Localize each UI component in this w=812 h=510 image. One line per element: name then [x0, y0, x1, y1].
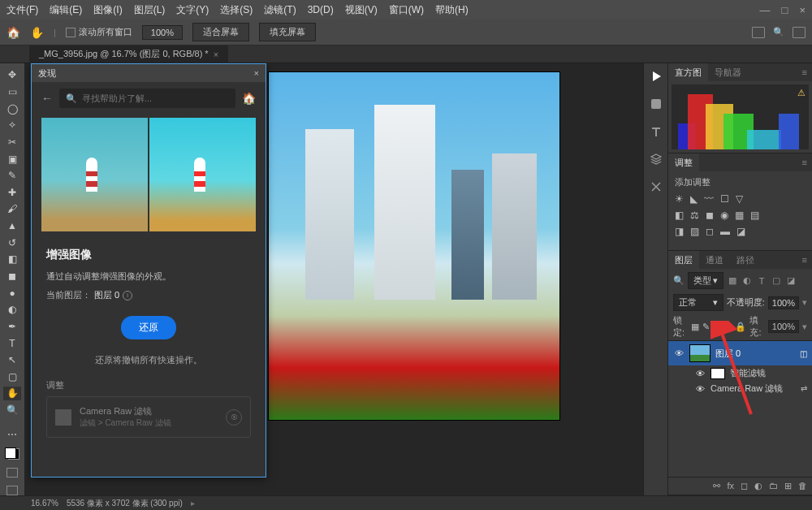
type-tool[interactable]: T	[3, 336, 21, 350]
tab-close-icon[interactable]: ×	[214, 50, 218, 59]
panel-menu-icon[interactable]: ≡	[797, 67, 812, 77]
new-group-icon[interactable]: 🗀	[769, 481, 778, 491]
lock-position-icon[interactable]: ✥	[713, 322, 720, 332]
hue-icon[interactable]: ◧	[675, 210, 684, 221]
search-icon[interactable]: 🔍	[773, 27, 784, 38]
lock-transparency-icon[interactable]: ▦	[691, 322, 699, 332]
share-icon[interactable]	[793, 27, 806, 38]
eyedropper-tool[interactable]: ✎	[3, 169, 21, 183]
levels-icon[interactable]: ◣	[690, 193, 698, 205]
menu-window[interactable]: 窗口(W)	[389, 3, 424, 17]
discover-close-icon[interactable]: ×	[254, 68, 259, 78]
info-icon[interactable]: i	[123, 291, 132, 300]
filter-adjust-icon[interactable]: ◐	[741, 275, 753, 287]
window-close-icon[interactable]: ×	[799, 4, 806, 16]
menu-edit[interactable]: 编辑(E)	[50, 3, 82, 17]
discover-back-icon[interactable]: ←	[41, 92, 53, 105]
filter-options-icon[interactable]: ⇄	[801, 384, 807, 393]
healing-tool[interactable]: ✚	[3, 185, 21, 199]
libraries-icon[interactable]	[649, 153, 663, 166]
window-maximize-icon[interactable]: □	[782, 4, 788, 16]
delete-layer-icon[interactable]: 🗑	[798, 481, 807, 491]
visibility-icon[interactable]: 👁	[673, 348, 685, 358]
posterize-icon[interactable]: ▨	[690, 226, 699, 237]
filter-smart-icon[interactable]: ◪	[785, 275, 797, 287]
pen-tool[interactable]: ✒	[3, 320, 21, 334]
hand-tool-icon[interactable]: ✋	[30, 26, 44, 39]
fit-screen-button[interactable]: 适合屏幕	[192, 23, 249, 41]
filter-pixel-icon[interactable]: ▩	[727, 275, 738, 287]
colorbalance-icon[interactable]: ⚖	[690, 210, 699, 221]
colorlookup-icon[interactable]: ▤	[750, 210, 759, 221]
clone-tool[interactable]: ▲	[3, 219, 21, 233]
visibility-icon[interactable]: 👁	[694, 384, 706, 394]
brush-tool[interactable]: 🖌	[3, 202, 21, 216]
status-zoom[interactable]: 16.67%	[31, 499, 58, 508]
history-brush-tool[interactable]: ↺	[3, 236, 21, 249]
path-tool[interactable]: ↖	[3, 353, 21, 367]
tab-navigator[interactable]: 导航器	[708, 63, 748, 81]
layer-mask-icon[interactable]: ◻	[741, 481, 748, 491]
channelmixer-icon[interactable]: ▦	[735, 210, 744, 221]
selectivecolor-icon[interactable]: ◪	[736, 226, 745, 237]
revert-button[interactable]: 还原	[121, 316, 176, 339]
tab-histogram[interactable]: 直方图	[668, 63, 708, 81]
tab-channels[interactable]: 通道	[699, 251, 730, 269]
curves-icon[interactable]: 〰	[704, 193, 714, 205]
magic-wand-tool[interactable]: ✧	[3, 119, 21, 132]
brightness-icon[interactable]: ☀	[675, 193, 684, 205]
opacity-input[interactable]: 100%	[768, 296, 799, 309]
scroll-all-windows-checkbox[interactable]: 滚动所有窗口	[66, 26, 132, 38]
menu-filter[interactable]: 滤镜(T)	[264, 3, 296, 17]
color-swatch[interactable]	[5, 447, 19, 460]
visibility-icon[interactable]: 👁	[694, 369, 706, 378]
filter-shape-icon[interactable]: ▢	[771, 275, 782, 287]
gradient-tool[interactable]: ◼	[3, 270, 21, 283]
threshold-icon[interactable]: ◻	[706, 226, 714, 237]
panel-menu-icon[interactable]: ≡	[797, 158, 812, 167]
menu-layer[interactable]: 图层(L)	[134, 3, 166, 17]
fill-screen-button[interactable]: 填充屏幕	[259, 23, 316, 41]
type-panel-icon[interactable]	[649, 125, 663, 138]
filter-type-icon[interactable]: T	[756, 275, 767, 287]
window-minimize-icon[interactable]: —	[760, 4, 771, 16]
blur-tool[interactable]: ●	[3, 286, 21, 300]
layer-name[interactable]: 图层 0	[715, 348, 741, 360]
discover-search-input[interactable]: 🔍 寻找帮助片了解...	[59, 89, 235, 108]
layer-filter-kind[interactable]: 类型▾	[688, 272, 723, 289]
canvas-area[interactable]: 发现 × ← 🔍 寻找帮助片了解... 🏠 增强图像 通过自动调整增强图像的外观…	[24, 63, 643, 495]
new-adjustment-icon[interactable]: ◐	[754, 481, 762, 491]
lock-all-icon[interactable]: 🔒	[735, 322, 746, 332]
layer-row[interactable]: 👁 图层 0 ◫	[668, 341, 812, 365]
menu-select[interactable]: 选择(S)	[220, 3, 253, 17]
vibrance-icon[interactable]: ▽	[736, 193, 743, 205]
color-panel-icon[interactable]	[649, 97, 663, 110]
cancel-icon[interactable]	[649, 180, 663, 193]
filter-mask-thumbnail[interactable]	[710, 368, 725, 379]
photofilter-icon[interactable]: ◉	[720, 210, 728, 221]
new-layer-icon[interactable]: ⊞	[784, 481, 792, 491]
panel-menu-icon[interactable]: ≡	[797, 255, 812, 265]
menu-3d[interactable]: 3D(D)	[308, 4, 334, 15]
layer-thumbnail[interactable]	[689, 344, 710, 362]
dodge-tool[interactable]: ◐	[3, 303, 21, 317]
home-icon[interactable]: 🏠	[6, 26, 20, 39]
layer-style-icon[interactable]: fx	[727, 481, 734, 491]
menu-image[interactable]: 图像(I)	[93, 3, 122, 17]
move-tool[interactable]: ✥	[3, 68, 21, 82]
tab-paths[interactable]: 路径	[730, 251, 761, 269]
histogram-warning-icon[interactable]: ⚠	[797, 88, 806, 98]
discover-home-icon[interactable]: 🏠	[242, 92, 256, 105]
tab-adjustments[interactable]: 调整	[668, 153, 699, 171]
blend-mode-select[interactable]: 正常 ▾	[673, 294, 723, 311]
edit-toolbar[interactable]: ⋯	[3, 427, 21, 441]
link-layers-icon[interactable]: ⚯	[713, 481, 720, 491]
zoom-100-button[interactable]: 100%	[142, 25, 183, 40]
menu-help[interactable]: 帮助(H)	[435, 3, 469, 17]
document-tab[interactable]: _MG_3956.jpg @ 16.7% (图层 0, RGB/8) * ×	[29, 45, 228, 63]
marquee-tool[interactable]: ▭	[3, 85, 21, 99]
screenmode-icon[interactable]	[6, 486, 18, 495]
crop-tool[interactable]: ✂	[3, 136, 21, 149]
camera-raw-filter-item[interactable]: Camera Raw 滤镜 滤镜 > Camera Raw 滤镜 ⦿	[46, 396, 251, 438]
workspace-icon[interactable]	[752, 27, 765, 38]
